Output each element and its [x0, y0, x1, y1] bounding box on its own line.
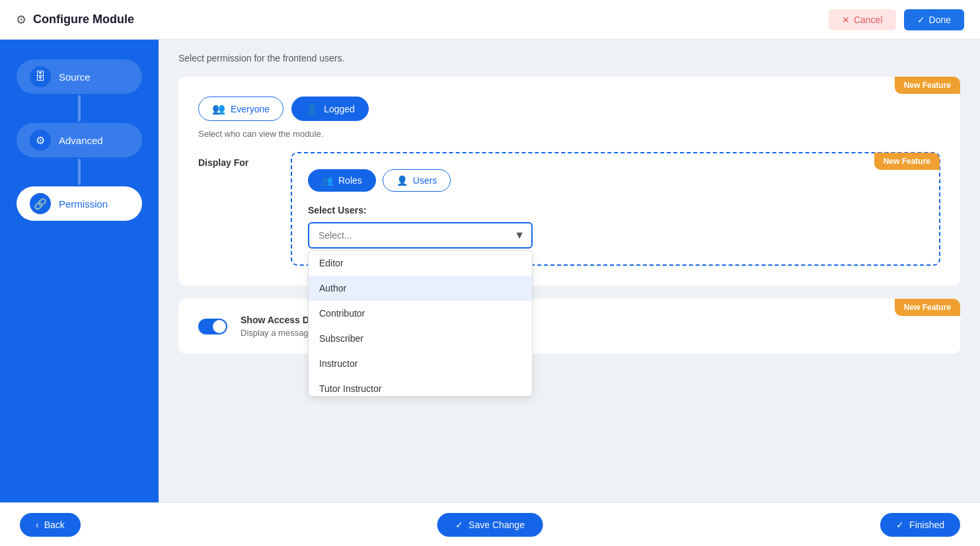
dropdown-item-contributor[interactable]: Contributor	[309, 301, 532, 326]
roles-icon: 👥	[322, 175, 333, 186]
layout: 🗄 Source ⚙ Advanced 🔗 Permission Select …	[0, 40, 980, 546]
card-subtitle: Select who can view the module.	[198, 129, 940, 139]
select-users-input[interactable]	[308, 222, 533, 249]
chevron-left-icon: ‹	[36, 520, 39, 530]
header: ⚙ Configure Module ✕ Cancel ✓ Done	[0, 0, 980, 40]
main-content: Select permission for the frontend users…	[159, 40, 980, 546]
done-label: Done	[929, 15, 951, 25]
select-users-label: Select Users:	[308, 205, 923, 215]
roles-tab[interactable]: 👥 Roles	[308, 169, 376, 192]
new-feature-badge-top: New Feature	[895, 77, 960, 94]
access-denied-card: New Feature Show Access Denied Message D…	[178, 299, 960, 354]
cancel-label: Cancel	[854, 15, 883, 25]
sidebar-item-permission[interactable]: 🔗 Permission	[17, 186, 142, 221]
display-for-section: Display For New Feature 👥 Roles 👤 Users	[198, 152, 940, 266]
select-users-dropdown[interactable]: ▼ Editor Author Contributor Subscriber I…	[308, 222, 533, 249]
footer-center: ✓ Save Change	[437, 513, 543, 537]
advanced-icon: ⚙	[30, 130, 51, 151]
dropdown-item-editor[interactable]: Editor	[309, 251, 532, 276]
roles-tab-label: Roles	[338, 175, 362, 186]
sidebar-item-source[interactable]: 🗄 Source	[17, 59, 142, 94]
dropdown-item-author[interactable]: Author	[309, 276, 532, 301]
save-check-icon: ✓	[455, 520, 463, 530]
page-title: Configure Module	[33, 13, 134, 26]
header-right: ✕ Cancel ✓ Done	[829, 9, 964, 30]
users-tab[interactable]: 👤 Users	[383, 169, 451, 192]
dropdown-list: Editor Author Contributor Subscriber Ins…	[308, 250, 533, 397]
cancel-button[interactable]: ✕ Cancel	[829, 9, 896, 30]
finished-check-icon: ✓	[896, 520, 904, 530]
header-left: ⚙ Configure Module	[16, 13, 134, 27]
sidebar-label-advanced: Advanced	[59, 135, 103, 146]
sidebar-label-source: Source	[59, 71, 91, 83]
logged-icon: 👤	[305, 102, 319, 115]
roles-users-tabs: 👥 Roles 👤 Users	[308, 169, 923, 192]
permission-card: New Feature 👥 Everyone 👤 Logged Select w…	[178, 77, 960, 286]
new-feature-badge-inner: New Feature	[874, 153, 940, 170]
cancel-icon: ✕	[842, 15, 850, 25]
dropdown-item-tutor-instructor[interactable]: Tutor Instructor	[309, 376, 532, 396]
finished-label: Finished	[909, 520, 944, 530]
source-icon: 🗄	[30, 66, 51, 87]
display-for-label: Display For	[198, 152, 278, 168]
permission-icon: 🔗	[30, 193, 51, 214]
sidebar-connector-2	[78, 159, 81, 185]
back-button[interactable]: ‹ Back	[20, 513, 81, 537]
footer: ‹ Back ✓ Save Change ✓ Finished	[0, 502, 980, 546]
dropdown-item-subscriber[interactable]: Subscriber	[309, 326, 532, 351]
sidebar-connector-1	[78, 95, 81, 122]
logged-label: Logged	[324, 104, 355, 114]
inner-box: New Feature 👥 Roles 👤 Users Select	[291, 152, 940, 266]
logged-button[interactable]: 👤 Logged	[291, 97, 369, 121]
everyone-label: Everyone	[231, 104, 270, 114]
sidebar-item-advanced[interactable]: ⚙ Advanced	[17, 123, 142, 157]
users-icon: 👤	[396, 175, 408, 186]
page-subtitle: Select permission for the frontend users…	[178, 53, 960, 63]
back-label: Back	[44, 520, 65, 530]
sidebar: 🗄 Source ⚙ Advanced 🔗 Permission	[0, 40, 159, 546]
dropdown-item-instructor[interactable]: Instructor	[309, 351, 532, 376]
check-icon: ✓	[917, 15, 925, 25]
done-button[interactable]: ✓ Done	[904, 9, 964, 30]
users-tab-label: Users	[413, 175, 437, 186]
everyone-icon: 👥	[212, 102, 225, 115]
save-change-button[interactable]: ✓ Save Change	[437, 513, 543, 537]
save-label: Save Change	[469, 520, 525, 530]
everyone-button[interactable]: 👥 Everyone	[198, 97, 283, 121]
sidebar-label-permission: Permission	[59, 198, 108, 210]
new-feature-badge-access: New Feature	[895, 299, 960, 316]
dropdown-list-inner: Editor Author Contributor Subscriber Ins…	[309, 251, 532, 396]
gear-icon: ⚙	[16, 13, 26, 27]
finished-button[interactable]: ✓ Finished	[880, 513, 960, 537]
access-denied-toggle[interactable]	[198, 319, 227, 334]
permission-toggle: 👥 Everyone 👤 Logged	[198, 97, 940, 121]
